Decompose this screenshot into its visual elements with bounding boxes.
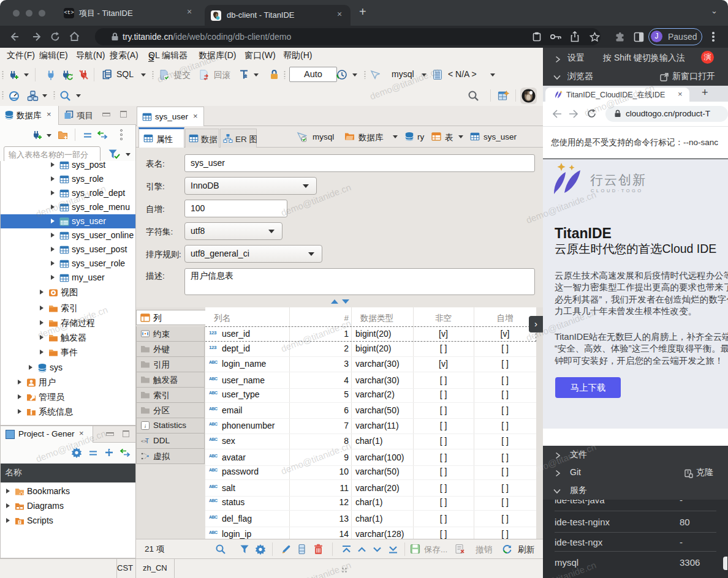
svg-text:T: T [145,438,149,445]
